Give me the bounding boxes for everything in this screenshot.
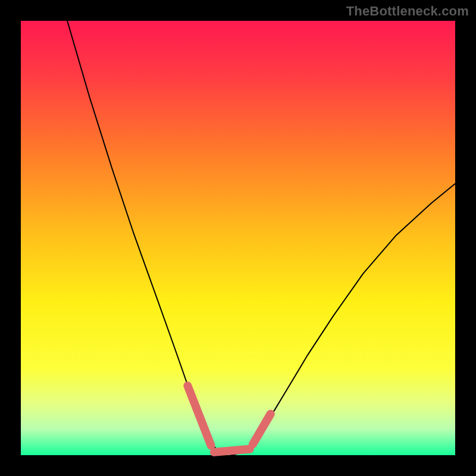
watermark-text: TheBottleneck.com — [346, 4, 469, 19]
bottleneck-chart — [0, 0, 476, 476]
series-marker-segment-bottom — [214, 449, 250, 452]
chart-frame: TheBottleneck.com — [0, 0, 476, 476]
